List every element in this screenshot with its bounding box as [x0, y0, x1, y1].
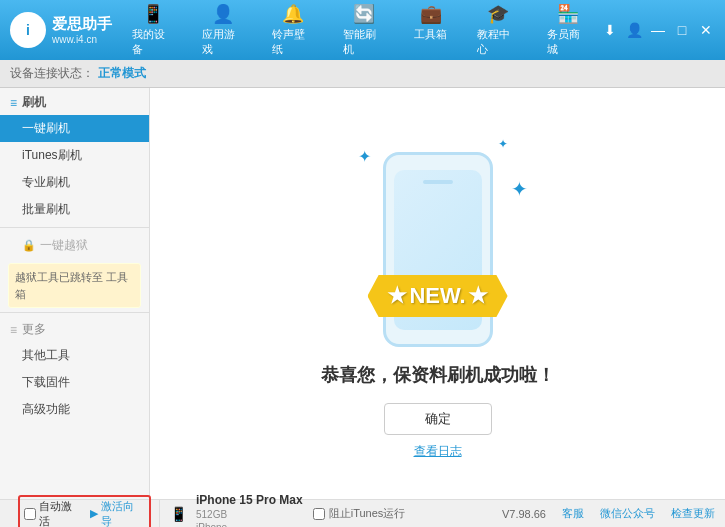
toolbar-status: 正常模式	[98, 65, 146, 82]
logo-text: 爱思助手 www.i4.cn	[52, 14, 112, 47]
sidebar-item-download-firmware[interactable]: 下载固件	[0, 369, 149, 396]
sidebar-disabled-jailbreak: 🔒 一键越狱	[0, 232, 149, 259]
success-illustration: ✦ ✦ ✦ ★ NEW. ★	[338, 127, 538, 347]
content-area: ✦ ✦ ✦ ★ NEW. ★ 恭喜您，保资料刷机成功啦！ 确定 查看日志	[150, 88, 725, 499]
device-storage: 512GB	[196, 508, 303, 521]
device-details: iPhone 15 Pro Max 512GB iPhone	[196, 493, 303, 527]
auto-activate-control: 自动激活	[24, 499, 82, 528]
close-icon[interactable]: ✕	[697, 21, 715, 39]
tab-ringtones[interactable]: 🔔 铃声壁纸	[260, 0, 326, 61]
tab-my-device[interactable]: 📱 我的设备	[120, 0, 186, 61]
confirm-button[interactable]: 确定	[384, 403, 492, 435]
sparkle-icon-1: ✦	[358, 147, 371, 166]
version-text: V7.98.66	[502, 508, 546, 520]
support-link[interactable]: 客服	[562, 506, 584, 521]
sidebar-jailbreak-notice: 越狱工具已跳转至 工具箱	[8, 263, 141, 308]
guide-link[interactable]: ▶ 激活向导	[90, 499, 145, 528]
success-ribbon: ★ NEW. ★	[367, 275, 507, 317]
sidebar-item-pro-flash[interactable]: 专业刷机	[0, 169, 149, 196]
sidebar-divider-2	[0, 312, 149, 313]
check-update-link[interactable]: 检查更新	[671, 506, 715, 521]
sidebar-divider-1	[0, 227, 149, 228]
tab-ringtones-label: 铃声壁纸	[272, 27, 314, 57]
my-device-icon: 📱	[142, 3, 164, 25]
sidebar-section-more: ≡ 更多	[0, 317, 149, 342]
logo-letter: i	[26, 22, 30, 38]
sparkle-icon-3: ✦	[511, 177, 528, 201]
sidebar: ≡ 刷机 一键刷机 iTunes刷机 专业刷机 批量刷机 🔒 一键越狱 越狱工具…	[0, 88, 150, 499]
tab-toolbox[interactable]: 💼 工具箱	[401, 0, 461, 61]
logo-area: i 爱思助手 www.i4.cn	[10, 12, 120, 48]
lock-icon: 🔒	[22, 239, 36, 252]
auto-activate-label: 自动激活	[39, 499, 82, 528]
ribbon-star-right: ★	[468, 283, 488, 309]
toolbar: 设备连接状态： 正常模式	[0, 60, 725, 88]
ringtones-icon: 🔔	[282, 3, 304, 25]
header-icons: ⬇ 👤 — □ ✕	[601, 21, 715, 39]
stop-itunes-label: 阻止iTunes运行	[329, 506, 406, 521]
notice-line1: 越狱工具已跳转至	[15, 271, 103, 283]
success-message: 恭喜您，保资料刷机成功啦！	[321, 363, 555, 387]
header: i 爱思助手 www.i4.cn 📱 我的设备 👤 应用游戏 🔔 铃声壁纸 🔄 …	[0, 0, 725, 60]
logo-main: 爱思助手	[52, 14, 112, 34]
toolbox-icon: 💼	[420, 3, 442, 25]
wechat-link[interactable]: 微信公众号	[600, 506, 655, 521]
user-icon[interactable]: 👤	[625, 21, 643, 39]
guide-icon: ▶	[90, 507, 98, 520]
device-type: iPhone	[196, 521, 303, 527]
minimize-icon[interactable]: —	[649, 21, 667, 39]
header-right: ⬇ 👤 — □ ✕	[601, 21, 715, 39]
tab-smart-flash[interactable]: 🔄 智能刷机	[331, 0, 397, 61]
sidebar-section-flash: ≡ 刷机	[0, 88, 149, 115]
tab-my-device-label: 我的设备	[132, 27, 174, 57]
device-name: iPhone 15 Pro Max	[196, 493, 303, 509]
tab-smart-flash-label: 智能刷机	[343, 27, 385, 57]
more-section-label: 更多	[22, 321, 46, 338]
bottom-middle: 阻止iTunes运行	[313, 506, 502, 521]
pro-flash-label: 专业刷机	[22, 175, 70, 189]
tutorials-icon: 🎓	[487, 3, 509, 25]
tab-apps-label: 应用游戏	[202, 27, 244, 57]
sidebar-item-one-click-flash[interactable]: 一键刷机	[0, 115, 149, 142]
sidebar-item-itunes-flash[interactable]: iTunes刷机	[0, 142, 149, 169]
logo-sub: www.i4.cn	[52, 33, 112, 46]
flash-section-icon: ≡	[10, 96, 17, 110]
tab-tutorials[interactable]: 🎓 教程中心	[465, 0, 531, 61]
tab-store[interactable]: 🏪 务员商城	[535, 0, 601, 61]
sidebar-item-other-tools[interactable]: 其他工具	[0, 342, 149, 369]
device-phone-icon: 📱	[170, 506, 187, 522]
stop-itunes-control: 阻止iTunes运行	[313, 506, 502, 521]
bottom-bar: 自动激活 ▶ 激活向导 📱 iPhone 15 Pro Max 512GB iP…	[0, 499, 725, 527]
bottom-right: V7.98.66 客服 微信公众号 检查更新	[502, 506, 715, 521]
batch-flash-label: 批量刷机	[22, 202, 70, 216]
tab-store-label: 务员商城	[547, 27, 589, 57]
auto-activate-checkbox[interactable]	[24, 508, 36, 520]
maximize-icon[interactable]: □	[673, 21, 691, 39]
logo-circle: i	[10, 12, 46, 48]
more-section-icon: ≡	[10, 323, 17, 337]
one-click-flash-label: 一键刷机	[22, 121, 70, 135]
sidebar-item-batch-flash[interactable]: 批量刷机	[0, 196, 149, 223]
ribbon-text: NEW.	[409, 283, 465, 309]
advanced-label: 高级功能	[22, 402, 70, 416]
phone-illustration	[383, 152, 493, 347]
nav-tabs: 📱 我的设备 👤 应用游戏 🔔 铃声壁纸 🔄 智能刷机 💼 工具箱 🎓 教程中心…	[120, 0, 601, 61]
bottom-left: 自动激活 ▶ 激活向导	[10, 500, 160, 527]
jailbreak-label: 一键越狱	[40, 237, 88, 254]
activate-highlight-box: 自动激活 ▶ 激活向导	[18, 495, 151, 528]
view-log-link[interactable]: 查看日志	[414, 443, 462, 460]
apps-icon: 👤	[212, 3, 234, 25]
main-layout: ≡ 刷机 一键刷机 iTunes刷机 专业刷机 批量刷机 🔒 一键越狱 越狱工具…	[0, 88, 725, 499]
device-info: 📱 iPhone 15 Pro Max 512GB iPhone	[160, 490, 313, 527]
smart-flash-icon: 🔄	[353, 3, 375, 25]
sidebar-item-advanced[interactable]: 高级功能	[0, 396, 149, 423]
stop-itunes-checkbox[interactable]	[313, 508, 325, 520]
download-icon[interactable]: ⬇	[601, 21, 619, 39]
itunes-flash-label: iTunes刷机	[22, 148, 82, 162]
ribbon-star-left: ★	[387, 283, 407, 309]
other-tools-label: 其他工具	[22, 348, 70, 362]
store-icon: 🏪	[557, 3, 579, 25]
tab-apps[interactable]: 👤 应用游戏	[190, 0, 256, 61]
guide-label: 激活向导	[101, 499, 145, 528]
tab-tutorials-label: 教程中心	[477, 27, 519, 57]
